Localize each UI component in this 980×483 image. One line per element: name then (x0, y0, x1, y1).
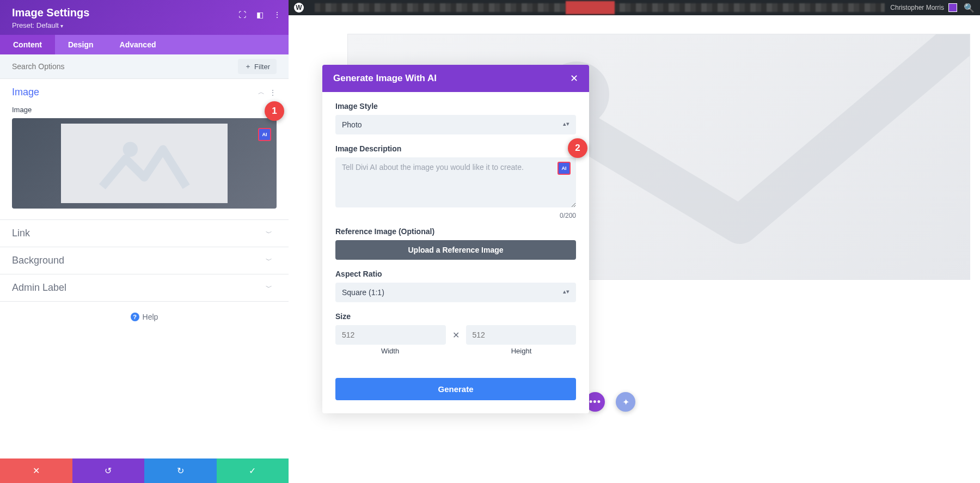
section-link-head[interactable]: Link ﹀ (0, 220, 289, 247)
char-counter: 0/200 (335, 212, 576, 219)
tab-advanced[interactable]: Advanced (107, 35, 169, 54)
width-sublabel: Width (335, 347, 445, 355)
tab-content[interactable]: Content (0, 35, 55, 54)
wp-admin-bar: W Christopher Morris 🔍 (289, 0, 980, 15)
width-input[interactable] (335, 325, 446, 345)
modal-header: Generate Image With AI ✕ (322, 65, 589, 92)
panel-icon[interactable]: ◧ (255, 10, 265, 20)
placeholder-image-icon (61, 124, 228, 203)
aspect-ratio-select[interactable]: Square (1:1)▴▾ (335, 283, 576, 302)
section-image-head[interactable]: Image ︿ ⋮ (0, 79, 289, 106)
plus-icon: ＋ (244, 62, 252, 71)
help-icon: ? (131, 313, 139, 321)
section-image: Image ︿ ⋮ Image AI (0, 79, 289, 220)
redo-button[interactable]: ↻ (144, 458, 217, 483)
close-button[interactable]: ✕ (0, 458, 72, 483)
multiply-icon: ✕ (452, 330, 460, 340)
filter-button[interactable]: ＋Filter (238, 59, 277, 74)
settings-sidebar: Image Settings Preset: Default ⛶ ◧ ⋮ Con… (0, 0, 289, 483)
section-admin-label-head[interactable]: Admin Label ﹀ (0, 274, 289, 301)
bottom-actions: ✕ ↺ ↻ ✓ (0, 458, 289, 483)
wordpress-icon[interactable]: W (294, 3, 304, 13)
help-link[interactable]: ? Help (0, 302, 289, 332)
expand-icon[interactable]: ⛶ (237, 10, 247, 20)
select-caret-icon: ▴▾ (563, 288, 569, 295)
settings-tabs: Content Design Advanced (0, 35, 289, 54)
ai-generate-button[interactable]: AI (258, 128, 271, 141)
close-icon[interactable]: ✕ (570, 72, 578, 84)
section-admin-label: Admin Label ﹀ (0, 274, 289, 302)
section-background-head[interactable]: Background ﹀ (0, 247, 289, 274)
image-style-select[interactable]: Photo▴▾ (335, 115, 576, 134)
ref-image-label: Reference Image (Optional) (335, 227, 576, 236)
admin-bar-items (315, 3, 885, 12)
generate-button[interactable]: Generate (335, 378, 576, 400)
sidebar-header: Image Settings Preset: Default ⛶ ◧ ⋮ (0, 0, 289, 35)
callout-badge-1: 1 (265, 101, 284, 121)
image-field-label: Image (12, 106, 277, 114)
search-row: ＋Filter (0, 54, 289, 79)
image-desc-textarea[interactable] (335, 157, 576, 207)
more-icon[interactable]: ⋮ (272, 10, 282, 20)
save-button[interactable]: ✓ (217, 458, 289, 483)
avatar (948, 3, 957, 12)
image-desc-label: Image Description (335, 144, 576, 153)
chevron-down-icon: ﹀ (266, 229, 272, 238)
aspect-ratio-label: Aspect Ratio (335, 270, 576, 278)
callout-badge-2: 2 (568, 138, 587, 158)
fab-ai[interactable]: ✦ (616, 392, 635, 412)
chevron-down-icon: ﹀ (266, 283, 272, 292)
section-menu-icon[interactable]: ⋮ (269, 88, 277, 97)
generate-image-modal: Generate Image With AI ✕ Image Style Pho… (322, 65, 589, 413)
search-input[interactable] (12, 62, 238, 71)
image-style-label: Image Style (335, 102, 576, 111)
section-link: Link ﹀ (0, 220, 289, 247)
height-input[interactable] (466, 325, 577, 345)
search-icon[interactable]: 🔍 (964, 3, 975, 13)
user-menu[interactable]: Christopher Morris (890, 3, 957, 12)
ai-suggest-button[interactable]: AI (558, 162, 571, 175)
upload-reference-button[interactable]: Upload a Reference Image (335, 240, 576, 260)
section-background: Background ﹀ (0, 247, 289, 274)
height-sublabel: Height (467, 347, 576, 355)
tab-design[interactable]: Design (55, 35, 107, 54)
preset-dropdown[interactable]: Preset: Default (12, 21, 277, 29)
chevron-up-icon: ︿ (258, 88, 265, 97)
size-label: Size (335, 312, 576, 321)
image-preview[interactable]: AI (12, 118, 277, 209)
select-caret-icon: ▴▾ (563, 120, 569, 127)
chevron-down-icon: ﹀ (266, 256, 272, 265)
undo-button[interactable]: ↺ (72, 458, 145, 483)
